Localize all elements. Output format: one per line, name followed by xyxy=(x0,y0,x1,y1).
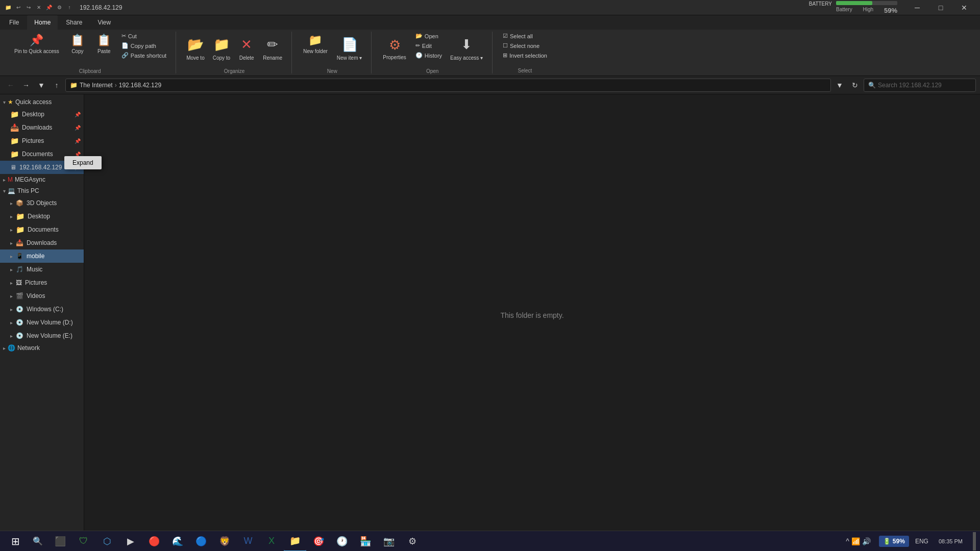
tab-view[interactable]: View xyxy=(90,15,118,30)
easy-access-button[interactable]: ⬇ Easy access ▾ xyxy=(447,32,486,66)
copy-path-button[interactable]: 📄 Copy path xyxy=(118,41,169,50)
sidebar-item-desktop-pc[interactable]: ▸ 📁 Desktop xyxy=(0,210,84,223)
taskbar-app-taskview[interactable]: ⬛ xyxy=(49,531,71,552)
ribbon-tabs: File Home Share View xyxy=(0,15,980,30)
undo-icon[interactable]: ↩ xyxy=(14,4,22,12)
sidebar-section-this-pc[interactable]: ▾ 💻 This PC xyxy=(0,185,84,196)
close-small-icon[interactable]: ✕ xyxy=(35,4,43,12)
sidebar-item-pictures-pc[interactable]: ▸ 🖼 Pictures xyxy=(0,276,84,289)
taskbar-app-antivirus[interactable]: 🛡 xyxy=(72,531,95,552)
rename-button[interactable]: ✏ Rename xyxy=(260,32,285,66)
recent-locations-button[interactable]: ▼ xyxy=(35,79,48,92)
copy-button[interactable]: 📋 Copy xyxy=(65,32,90,66)
taskbar-app-vscode[interactable]: ⬡ xyxy=(96,531,118,552)
sidebar-section-quick-access[interactable]: ▾ ★ Quick access xyxy=(0,96,84,108)
tab-home[interactable]: Home xyxy=(27,15,58,30)
paste-icon: 📋 xyxy=(97,34,111,47)
start-button[interactable]: ⊞ xyxy=(4,531,27,552)
battery-taskbar-indicator[interactable]: 🔋 59% xyxy=(879,536,909,547)
breadcrumb-ip[interactable]: 192.168.42.129 xyxy=(119,82,161,89)
videos-chevron: ▸ xyxy=(10,293,13,299)
taskbar-app-store[interactable]: 🏪 xyxy=(354,531,377,552)
select-none-button[interactable]: ☐ Select none xyxy=(500,41,550,50)
expand-label[interactable]: Expand xyxy=(72,159,93,166)
title-bar-icons: 📁 ↩ ↪ ✕ 📌 ⚙ ↑ 192.168.42.129 xyxy=(4,4,809,12)
sidebar-item-videos[interactable]: ▸ 🎬 Videos xyxy=(0,289,84,303)
sidebar-item-music[interactable]: ▸ 🎵 Music xyxy=(0,263,84,276)
taskbar-app-photos[interactable]: 📷 xyxy=(378,531,400,552)
taskbar-app-chrome[interactable]: 🔵 xyxy=(190,531,212,552)
share-icon[interactable]: ↑ xyxy=(65,4,74,12)
sidebar-item-3d-objects[interactable]: ▸ 📦 3D Objects xyxy=(0,196,84,210)
new-item-button[interactable]: 📄 New item ▾ xyxy=(334,32,365,66)
taskbar-app-edge[interactable]: 🌊 xyxy=(166,531,189,552)
sidebar-item-new-volume-d[interactable]: ▸ 💿 New Volume (D:) xyxy=(0,316,84,329)
forward-button[interactable]: → xyxy=(19,79,33,92)
expand-context-menu[interactable]: Expand xyxy=(64,156,102,169)
taskbar-apps: ⬛ 🛡 ⬡ ▶ 🔴 🌊 🔵 🦁 W X 📁 🎯 🕐 🏪 📷 ⚙ xyxy=(49,531,424,552)
sidebar-section-network[interactable]: ▸ 🌐 Network xyxy=(0,342,84,354)
new-folder-button[interactable]: 📁 New folder xyxy=(299,32,332,66)
tab-file[interactable]: File xyxy=(2,15,26,30)
paste-button[interactable]: 📋 Paste xyxy=(92,32,116,66)
sidebar-item-documents-pc[interactable]: ▸ 📁 Documents xyxy=(0,223,84,236)
taskbar-app-brave[interactable]: 🦁 xyxy=(213,531,236,552)
videos-label: Videos xyxy=(27,292,45,299)
taskbar-app-file-explorer[interactable]: 📁 xyxy=(284,531,306,552)
select-all-button[interactable]: ☑ Select all xyxy=(500,32,550,40)
show-desktop-button[interactable] xyxy=(973,532,976,550)
pin-small-icon[interactable]: 📌 xyxy=(45,4,53,12)
paste-shortcut-button[interactable]: 🔗 Paste shortcut xyxy=(118,51,169,60)
properties-button[interactable]: ⚙ Properties xyxy=(379,32,410,66)
sidebar-item-pictures-quick[interactable]: 📁 Pictures 📌 xyxy=(0,134,84,147)
sidebar-item-windows-c[interactable]: ▸ 💿 Windows (C:) xyxy=(0,303,84,316)
taskbar-lang[interactable]: ENG xyxy=(913,538,930,545)
systray-network-icon[interactable]: 📶 xyxy=(851,537,860,545)
taskbar-time[interactable]: 08:35 PM xyxy=(935,538,967,544)
pictures-pc-icon: 🖼 xyxy=(16,279,22,286)
systray: ^ 📶 🔊 xyxy=(842,537,875,545)
breadcrumb-internet[interactable]: The Internet xyxy=(80,82,113,89)
delete-button[interactable]: ✕ Delete xyxy=(235,32,258,66)
address-path[interactable]: 📁 The Internet › 192.168.42.129 xyxy=(65,79,831,92)
taskbar-app-terminal[interactable]: ▶ xyxy=(119,531,142,552)
copy-to-button[interactable]: 📁 Copy to xyxy=(210,32,233,66)
sidebar-item-mobile[interactable]: ▸ 📱 mobile xyxy=(0,249,84,263)
redo-icon[interactable]: ↪ xyxy=(24,4,33,12)
properties-icon[interactable]: ⚙ xyxy=(55,4,63,12)
back-button[interactable]: ← xyxy=(4,79,17,92)
cut-button[interactable]: ✂ Cut xyxy=(118,32,169,40)
time-display: 08:35 PM xyxy=(939,538,963,544)
taskbar-search-button[interactable]: 🔍 xyxy=(29,532,47,550)
desktop-folder-icon: 📁 xyxy=(10,110,19,118)
taskbar-app-word[interactable]: W xyxy=(237,531,259,552)
taskbar-app-settings[interactable]: ⚙ xyxy=(401,531,424,552)
open-button[interactable]: 📂 Open xyxy=(412,32,445,40)
maximize-button[interactable]: □ xyxy=(929,0,952,15)
taskbar-app-antivirus2[interactable]: 🔴 xyxy=(143,531,165,552)
taskbar-app-clock[interactable]: 🕐 xyxy=(331,531,353,552)
taskbar-app-excel[interactable]: X xyxy=(260,531,283,552)
history-button[interactable]: 🕐 History xyxy=(412,51,445,60)
up-button[interactable]: ↑ xyxy=(50,79,63,92)
sidebar-item-downloads-pc[interactable]: ▸ 📥 Downloads xyxy=(0,236,84,249)
sidebar-item-new-volume-e[interactable]: ▸ 💿 New Volume (E:) xyxy=(0,329,84,342)
minimize-button[interactable]: ─ xyxy=(905,0,929,15)
systray-sound-icon[interactable]: 🔊 xyxy=(862,537,871,545)
taskbar-app-app2[interactable]: 🎯 xyxy=(307,531,330,552)
sidebar-item-downloads-quick[interactable]: 📥 Downloads 📌 xyxy=(0,121,84,134)
search-box[interactable]: 🔍 Search 192.168.42.129 xyxy=(864,79,976,92)
sidebar-section-megasync[interactable]: ▸ M MEGAsync xyxy=(0,174,84,185)
move-to-button[interactable]: 📂 Move to xyxy=(183,32,208,66)
close-button[interactable]: ✕ xyxy=(952,0,976,15)
pin-to-quick-button[interactable]: 📌 Pin to Quick access xyxy=(10,32,63,66)
battery-mode: Battery xyxy=(836,7,852,14)
systray-arrow[interactable]: ^ xyxy=(846,537,849,545)
refresh-button[interactable]: ↻ xyxy=(848,79,862,92)
invert-selection-button[interactable]: ⊞ Invert selection xyxy=(500,51,550,60)
quick-access-label: Quick access xyxy=(15,98,52,106)
address-dropdown-button[interactable]: ▼ xyxy=(833,79,846,92)
edit-button[interactable]: ✏ Edit xyxy=(412,41,445,50)
sidebar-item-desktop[interactable]: 📁 Desktop 📌 xyxy=(0,108,84,121)
tab-share[interactable]: Share xyxy=(59,15,89,30)
